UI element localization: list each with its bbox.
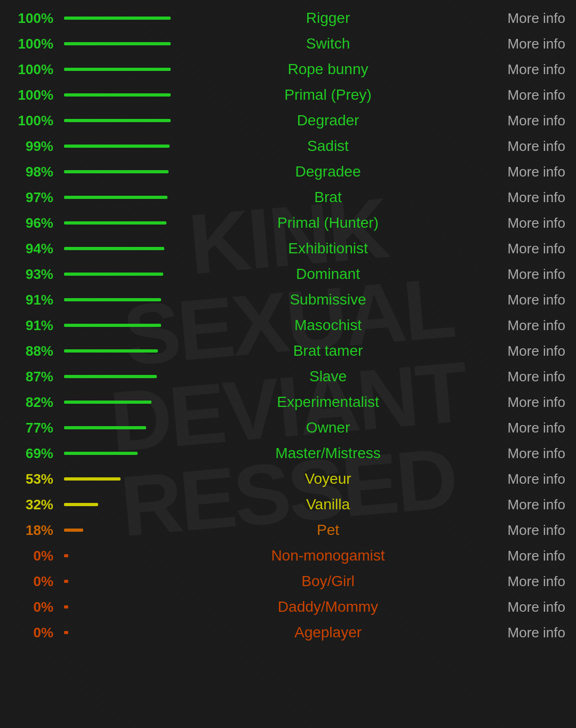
more-info-button[interactable]: More info — [480, 61, 565, 78]
more-info-button[interactable]: More info — [480, 343, 565, 359]
percent-value: 91% — [11, 317, 59, 334]
role-label: Brat — [176, 189, 480, 206]
bar-container — [59, 93, 176, 97]
bar-fill — [64, 349, 158, 353]
bar-track — [64, 145, 171, 148]
bar-track — [64, 349, 171, 353]
bar-fill — [64, 145, 170, 148]
more-info-button[interactable]: More info — [480, 420, 565, 436]
more-info-button[interactable]: More info — [480, 36, 565, 52]
percent-value: 32% — [11, 497, 59, 513]
list-item: 0% Ageplayer More info — [0, 620, 576, 645]
bar-container — [59, 631, 176, 634]
role-label: Switch — [176, 35, 480, 52]
more-info-button[interactable]: More info — [480, 445, 565, 462]
list-item: 100% Switch More info — [0, 31, 576, 57]
more-info-button[interactable]: More info — [480, 266, 565, 283]
role-label: Master/Mistress — [176, 445, 480, 462]
bar-fill — [64, 477, 121, 481]
list-item: 99% Sadist More info — [0, 133, 576, 159]
bar-fill — [64, 426, 146, 429]
bar-container — [59, 196, 176, 199]
bar-track — [64, 605, 171, 609]
list-item: 87% Slave More info — [0, 364, 576, 389]
bar-track — [64, 503, 171, 506]
bar-track — [64, 401, 171, 404]
role-label: Sadist — [176, 138, 480, 155]
list-item: 93% Dominant More info — [0, 261, 576, 287]
bar-track — [64, 247, 171, 250]
list-item: 77% Owner More info — [0, 415, 576, 441]
percent-value: 96% — [11, 215, 59, 231]
bar-track — [64, 631, 171, 634]
bar-track — [64, 324, 171, 327]
bar-container — [59, 17, 176, 20]
bar-track — [64, 68, 171, 71]
bar-container — [59, 221, 176, 225]
list-item: 91% Submissive More info — [0, 287, 576, 313]
list-item: 0% Non-monogamist More info — [0, 543, 576, 569]
list-item: 53% Voyeur More info — [0, 466, 576, 492]
bar-fill — [64, 298, 161, 301]
bar-container — [59, 554, 176, 557]
more-info-button[interactable]: More info — [480, 138, 565, 155]
more-info-button[interactable]: More info — [480, 599, 565, 615]
more-info-button[interactable]: More info — [480, 10, 565, 27]
role-label: Degradee — [176, 163, 480, 180]
more-info-button[interactable]: More info — [480, 548, 565, 564]
bar-container — [59, 605, 176, 609]
role-label: Rigger — [176, 10, 480, 27]
more-info-button[interactable]: More info — [480, 369, 565, 385]
percent-value: 91% — [11, 292, 59, 308]
more-info-button[interactable]: More info — [480, 189, 565, 206]
list-item: 100% Rigger More info — [0, 5, 576, 31]
bar-container — [59, 349, 176, 353]
bar-track — [64, 273, 171, 276]
more-info-button[interactable]: More info — [480, 625, 565, 641]
role-label: Daddy/Mommy — [176, 598, 480, 615]
percent-value: 100% — [11, 113, 59, 129]
more-info-button[interactable]: More info — [480, 317, 565, 334]
bar-container — [59, 119, 176, 122]
percent-value: 93% — [11, 266, 59, 283]
percent-value: 77% — [11, 420, 59, 436]
role-label: Slave — [176, 368, 480, 385]
bar-container — [59, 477, 176, 481]
more-info-button[interactable]: More info — [480, 241, 565, 257]
role-label: Rope bunny — [176, 61, 480, 78]
bar-container — [59, 145, 176, 148]
bar-fill — [64, 68, 171, 71]
list-item: 0% Boy/Girl More info — [0, 569, 576, 594]
more-info-button[interactable]: More info — [480, 522, 565, 539]
bar-fill — [64, 452, 138, 455]
more-info-button[interactable]: More info — [480, 394, 565, 411]
more-info-button[interactable]: More info — [480, 87, 565, 103]
role-label: Primal (Prey) — [176, 86, 480, 103]
more-info-button[interactable]: More info — [480, 573, 565, 590]
more-info-button[interactable]: More info — [480, 215, 565, 231]
bar-container — [59, 401, 176, 404]
more-info-button[interactable]: More info — [480, 497, 565, 513]
bar-track — [64, 196, 171, 199]
role-label: Voyeur — [176, 470, 480, 487]
more-info-button[interactable]: More info — [480, 164, 565, 180]
more-info-button[interactable]: More info — [480, 292, 565, 308]
bar-track — [64, 580, 171, 583]
role-label: Primal (Hunter) — [176, 214, 480, 231]
percent-value: 0% — [11, 573, 59, 590]
list-item: 69% Master/Mistress More info — [0, 441, 576, 466]
bar-container — [59, 273, 176, 276]
percent-value: 82% — [11, 394, 59, 411]
bar-container — [59, 426, 176, 429]
percent-value: 94% — [11, 241, 59, 257]
percent-value: 100% — [11, 87, 59, 103]
bar-fill — [64, 17, 171, 20]
role-label: Pet — [176, 522, 480, 539]
bar-track — [64, 93, 171, 97]
more-info-button[interactable]: More info — [480, 471, 565, 487]
percent-value: 0% — [11, 599, 59, 615]
bar-track — [64, 375, 171, 378]
list-item: 0% Daddy/Mommy More info — [0, 594, 576, 620]
bar-fill — [64, 273, 163, 276]
more-info-button[interactable]: More info — [480, 113, 565, 129]
